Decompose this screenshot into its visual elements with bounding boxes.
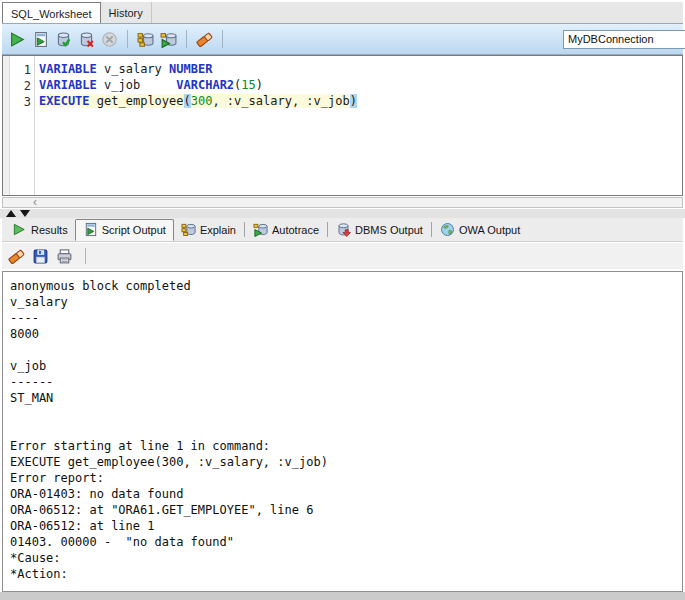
printer-icon bbox=[56, 248, 73, 265]
sql-developer-worksheet-window: SQL_WorksheetHistory MyDBConnection 123 … bbox=[0, 0, 685, 600]
tab-divider bbox=[327, 222, 328, 237]
results-icon bbox=[12, 222, 27, 237]
tab-autotrace[interactable]: Autotrace bbox=[246, 219, 326, 241]
tab-owa-output[interactable]: OWA Output bbox=[433, 219, 527, 241]
cancel-icon bbox=[101, 31, 118, 48]
clear-output-button[interactable] bbox=[5, 245, 27, 267]
tab-label: Script Output bbox=[102, 224, 166, 236]
script-output-panel[interactable]: anonymous block completed v_salary ---- … bbox=[2, 271, 683, 592]
editor-gutter: 123 bbox=[10, 56, 34, 195]
dbms-output-icon bbox=[336, 222, 351, 237]
code-line[interactable]: VARIABLE v_salary NUMBER bbox=[39, 62, 682, 78]
toolbar-separator bbox=[222, 30, 223, 48]
connection-selector[interactable]: MyDBConnection bbox=[563, 30, 685, 49]
tab-results[interactable]: Results bbox=[5, 219, 75, 241]
toolbar-separator bbox=[186, 30, 187, 48]
panel-splitter[interactable] bbox=[0, 209, 685, 218]
line-number: 1 bbox=[10, 62, 34, 78]
explain-icon bbox=[181, 222, 196, 237]
output-tab-bar: ResultsScript OutputExplainAutotraceDBMS… bbox=[2, 218, 683, 242]
run-statement-button[interactable] bbox=[6, 28, 28, 50]
eraser-icon bbox=[8, 248, 25, 265]
worksheet-tab-bar: SQL_WorksheetHistory bbox=[2, 2, 683, 24]
code-line[interactable]: VARIABLE v_job VARCHAR2(15) bbox=[39, 78, 682, 94]
editor-annotation-gutter bbox=[3, 56, 10, 195]
toolbar-separator bbox=[127, 30, 128, 48]
tab-divider bbox=[431, 222, 432, 237]
rollback-icon bbox=[78, 31, 95, 48]
commit-icon bbox=[55, 31, 72, 48]
scroll-left-icon[interactable]: ‹ bbox=[33, 195, 37, 209]
run-icon bbox=[9, 31, 26, 48]
explain-plan-button[interactable] bbox=[134, 28, 156, 50]
commit-button[interactable] bbox=[52, 28, 74, 50]
autotrace-button[interactable] bbox=[157, 28, 179, 50]
sql-editor[interactable]: 123 VARIABLE v_salary NUMBERVARIABLE v_j… bbox=[2, 55, 683, 196]
explain-plan-icon bbox=[137, 31, 154, 48]
tab-sql_worksheet[interactable]: SQL_Worksheet bbox=[2, 2, 101, 23]
rollback-button[interactable] bbox=[75, 28, 97, 50]
owa-output-icon bbox=[440, 222, 455, 237]
clear-button[interactable] bbox=[193, 28, 215, 50]
save-output-button[interactable] bbox=[29, 245, 51, 267]
autotrace-icon bbox=[160, 31, 177, 48]
window-bottom-edge bbox=[0, 592, 685, 600]
code-line[interactable]: EXECUTE get_employee(300, :v_salary, :v_… bbox=[39, 94, 682, 110]
tab-label: OWA Output bbox=[459, 224, 520, 236]
output-toolbar bbox=[2, 243, 683, 269]
tab-explain[interactable]: Explain bbox=[174, 219, 243, 241]
tab-history[interactable]: History bbox=[101, 2, 152, 23]
tab-label: Results bbox=[31, 224, 68, 236]
script-output-text: anonymous block completed v_salary ---- … bbox=[10, 278, 675, 582]
splitter-collapse-up-icon[interactable] bbox=[6, 210, 16, 217]
eraser-icon bbox=[196, 31, 213, 48]
script-output-icon bbox=[83, 222, 98, 237]
autotrace-icon bbox=[253, 222, 268, 237]
editor-code[interactable]: VARIABLE v_salary NUMBERVARIABLE v_job V… bbox=[35, 56, 682, 195]
run-script-button[interactable] bbox=[29, 28, 51, 50]
splitter-collapse-down-icon[interactable] bbox=[20, 210, 30, 217]
tab-script-output[interactable]: Script Output bbox=[75, 219, 174, 241]
tab-divider bbox=[244, 222, 245, 237]
cancel-button bbox=[98, 28, 120, 50]
tab-label: DBMS Output bbox=[355, 224, 423, 236]
print-output-button[interactable] bbox=[53, 245, 75, 267]
tab-label: Autotrace bbox=[272, 224, 319, 236]
tab-label: Explain bbox=[200, 224, 236, 236]
line-number: 3 bbox=[10, 94, 34, 110]
tab-dbms-output[interactable]: DBMS Output bbox=[329, 219, 430, 241]
save-icon bbox=[32, 248, 49, 265]
worksheet-toolbar: MyDBConnection bbox=[2, 24, 683, 55]
toolbar-separator bbox=[85, 248, 86, 264]
editor-horizontal-scrollbar[interactable]: ‹ bbox=[2, 197, 683, 208]
line-number: 2 bbox=[10, 78, 34, 94]
run-script-icon bbox=[32, 31, 49, 48]
